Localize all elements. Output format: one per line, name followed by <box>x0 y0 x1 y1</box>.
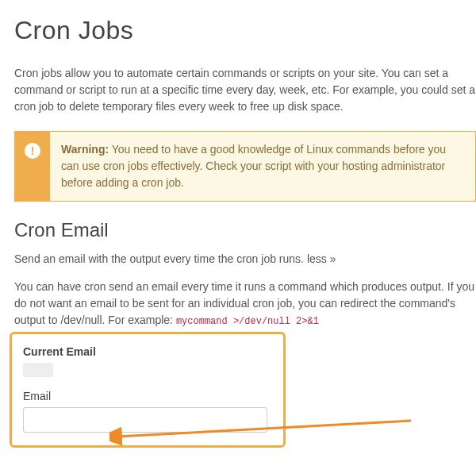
current-email-label: Current Email <box>23 345 272 358</box>
warning-text: You need to have a good knowledge of Lin… <box>61 143 446 189</box>
email-label: Email <box>23 390 272 402</box>
section-title: Cron Email <box>14 219 476 241</box>
warning-icon: ! <box>25 143 40 159</box>
email-field[interactable] <box>23 407 267 433</box>
warning-body: Warning: You need to have a good knowled… <box>50 132 475 201</box>
description: You can have cron send an email every ti… <box>14 279 476 329</box>
intro-text: Cron jobs allow you to automate certain … <box>14 65 476 115</box>
less-link[interactable]: less » <box>307 252 336 265</box>
page-title: Cron Jobs <box>14 16 476 45</box>
warning-alert: ! Warning: You need to have a good knowl… <box>14 131 476 202</box>
current-email-value <box>23 363 53 377</box>
email-form-highlight: Current Email Email <box>10 332 286 448</box>
example-code: mycommand >/dev/null 2>&1 <box>176 316 319 327</box>
warning-icon-column: ! <box>15 132 50 201</box>
subtitle-text: Send an email with the output every time… <box>14 252 307 265</box>
subtitle: Send an email with the output every time… <box>14 251 476 267</box>
warning-label: Warning: <box>61 143 109 156</box>
